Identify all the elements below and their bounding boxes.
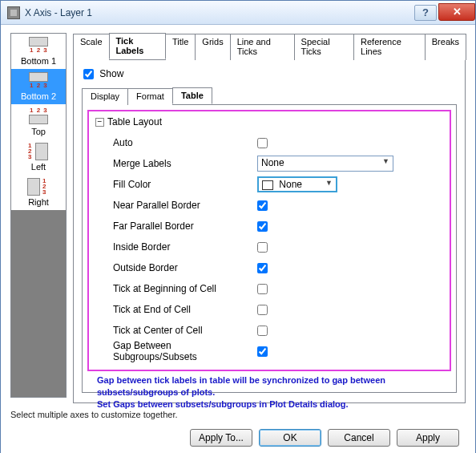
chevron-down-icon: ▼ [382, 157, 389, 165]
window-title: X Axis - Layer 1 [25, 7, 413, 18]
tick-center-checkbox[interactable] [257, 326, 268, 336]
footnote-text: Select multiple axes to customize togeth… [10, 410, 464, 419]
ok-button[interactable]: OK [259, 429, 321, 447]
axis-left-icon: 123 [24, 143, 53, 160]
outside-border-label: Outside Border [113, 262, 257, 273]
sidebar-item-label: Top [31, 127, 46, 136]
axis-right-icon: 123 [24, 178, 53, 196]
tick-begin-label: Tick at Beginning of Cell [113, 283, 257, 294]
app-icon [7, 6, 20, 19]
inside-border-label: Inside Border [113, 241, 257, 253]
subtab-table[interactable]: Table [172, 87, 212, 104]
note-line2: Set Gaps between subsets/subgroups in Pl… [97, 398, 450, 411]
table-layout-header: Table Layout [107, 116, 162, 127]
fill-color-select[interactable]: None ▼ [257, 176, 337, 192]
apply-button[interactable]: Apply [397, 429, 459, 447]
tab-breaks[interactable]: Breaks [425, 34, 466, 60]
axis-bottom-icon: 1 2 3 [24, 37, 53, 55]
outside-border-checkbox[interactable] [257, 263, 268, 273]
tick-end-label: Tick at End of Cell [113, 304, 257, 315]
dialog-window: X Axis - Layer 1 ? ✕ 1 2 3 Bottom 1 1 [0, 0, 476, 453]
auto-label: Auto [113, 137, 257, 148]
merge-labels-label: Merge Labels [113, 158, 257, 169]
far-parallel-checkbox[interactable] [257, 221, 268, 232]
tab-line-ticks[interactable]: Line and Ticks [230, 34, 295, 60]
sidebar-item-label: Bottom 1 [21, 56, 56, 66]
gap-subgroups-checkbox[interactable] [257, 346, 268, 357]
tick-center-label: Tick at Center of Cell [113, 325, 257, 336]
close-button[interactable]: ✕ [438, 3, 475, 21]
axis-sidebar: 1 2 3 Bottom 1 1 2 3 Bottom 2 1 2 3 [10, 33, 67, 398]
subtab-display[interactable]: Display [82, 88, 128, 105]
tab-title[interactable]: Title [165, 34, 196, 60]
show-checkbox-label[interactable]: Show [83, 68, 123, 79]
chevron-down-icon: ▼ [325, 179, 333, 187]
sidebar-item-bottom2[interactable]: 1 2 3 Bottom 2 [11, 69, 66, 104]
titlebar[interactable]: X Axis - Layer 1 ? ✕ [1, 1, 475, 25]
sidebar-item-bottom1[interactable]: 1 2 3 Bottom 1 [11, 34, 66, 69]
color-swatch [262, 180, 273, 190]
sidebar-item-right[interactable]: 123 Right [11, 175, 66, 210]
sidebar-item-label: Right [28, 197, 49, 207]
tab-tick-labels[interactable]: Tick Labels [109, 33, 166, 59]
auto-checkbox[interactable] [257, 138, 268, 148]
apply-to-button[interactable]: Apply To... [190, 429, 252, 447]
near-parallel-label: Near Parallel Border [113, 200, 257, 211]
subtab-format[interactable]: Format [127, 88, 173, 105]
axis-top-icon: 1 2 3 [24, 107, 53, 125]
near-parallel-checkbox[interactable] [257, 200, 268, 211]
merge-labels-value: None [261, 157, 284, 168]
note-line1: Gap between tick labels in table will be… [97, 374, 450, 398]
sidebar-filler [11, 210, 66, 397]
sub-tabs: Display Format Table [82, 87, 457, 104]
show-checkbox[interactable] [83, 69, 94, 79]
sidebar-item-label: Bottom 2 [21, 91, 56, 101]
far-parallel-label: Far Parallel Border [113, 220, 257, 232]
gap-subgroups-label: Gap Between Subgroups/Subsets [113, 340, 257, 362]
tab-scale[interactable]: Scale [73, 34, 110, 60]
tab-special-ticks[interactable]: Special Ticks [294, 34, 354, 60]
fill-color-value: None [279, 179, 302, 190]
main-tabs: Scale Tick Labels Title Grids Line and T… [73, 33, 466, 60]
sidebar-item-left[interactable]: 123 Left [11, 140, 66, 175]
table-layout-group: − Table Layout Auto Merge Labels None [87, 110, 451, 371]
cancel-button[interactable]: Cancel [328, 429, 390, 447]
help-button[interactable]: ? [414, 5, 437, 21]
axis-bottom-icon: 1 2 3 [24, 72, 53, 90]
fill-color-label: Fill Color [113, 179, 257, 190]
show-label-text: Show [99, 68, 123, 79]
merge-labels-select[interactable]: None ▼ [257, 156, 393, 172]
tick-end-checkbox[interactable] [257, 305, 268, 315]
tick-begin-checkbox[interactable] [257, 284, 268, 294]
sidebar-item-label: Left [31, 162, 46, 172]
sync-note: Gap between tick labels in table will be… [97, 374, 450, 411]
inside-border-checkbox[interactable] [257, 242, 268, 253]
collapse-toggle[interactable]: − [95, 118, 104, 127]
sidebar-item-top[interactable]: 1 2 3 Top [11, 104, 66, 140]
tab-grids[interactable]: Grids [195, 34, 230, 60]
tab-reference-lines[interactable]: Reference Lines [353, 34, 426, 60]
